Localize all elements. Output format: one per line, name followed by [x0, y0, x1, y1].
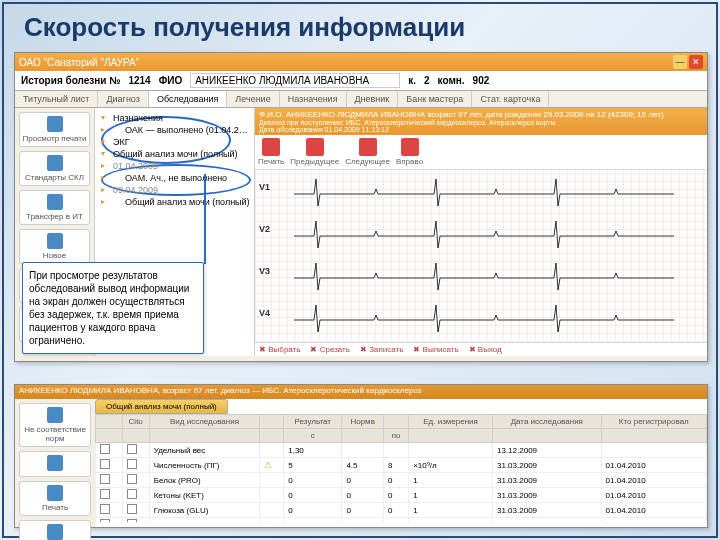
row-checkbox[interactable]	[100, 444, 110, 454]
ecg-lead-V2	[285, 216, 703, 256]
col-header[interactable]: Результат	[284, 415, 342, 429]
sidebar-btn-0[interactable]: Просмотр печати	[19, 112, 90, 147]
date: 31.03.2009	[492, 503, 601, 518]
warning-icon: ⚠	[264, 520, 272, 522]
results-main: Общий анализ мочи (полный) CitoВид иссле…	[95, 399, 707, 527]
ecg-footer-btn-3[interactable]: ✖ Выписать	[413, 345, 458, 354]
cito-checkbox[interactable]	[127, 489, 137, 499]
tab-0[interactable]: Титульный лист	[15, 91, 98, 107]
ecg-footer-btn-1[interactable]: ✖ Срезать	[310, 345, 350, 354]
ecg-footer-btn-4[interactable]: ✖ Выход	[469, 345, 502, 354]
tree-item-1[interactable]: ОАК — выполнено (01.04.2009)	[99, 124, 250, 136]
col-header[interactable]: Кто регистрировал	[601, 415, 706, 429]
row-checkbox[interactable]	[100, 489, 110, 499]
norm-from: 0	[342, 518, 384, 523]
sidebar-icon	[47, 194, 63, 210]
col-subheader	[492, 429, 601, 443]
results-titlebar[interactable]: АНИКЕЕНКО ЛЮДМИЛА ИВАНОВНА, возраст 67 л…	[15, 385, 707, 399]
table-row[interactable]: Кетоны (KET)000131.03.200901.04.2010	[96, 488, 707, 503]
col-subheader: по	[384, 429, 409, 443]
row-checkbox[interactable]	[100, 474, 110, 484]
results-side-1[interactable]	[19, 451, 91, 477]
cito-checkbox[interactable]	[127, 444, 137, 454]
results-side-2[interactable]: Печать	[19, 481, 91, 516]
window-titlebar[interactable]: ОАО "Санаторий "ЛАУРА" — ✕	[15, 53, 707, 71]
cito-checkbox[interactable]	[127, 459, 137, 469]
row-checkbox[interactable]	[100, 504, 110, 514]
results-side-3[interactable]: Выход	[19, 520, 91, 540]
col-header[interactable]	[96, 415, 123, 429]
ecg-footer-btn-2[interactable]: ✖ Записать	[360, 345, 403, 354]
ecg-footer-btn-0[interactable]: ✖ Выбрать	[259, 345, 300, 354]
col-header[interactable]	[260, 415, 284, 429]
norm-from: 4.5	[342, 458, 384, 473]
col-subheader	[96, 429, 123, 443]
ecg-tool-icon	[359, 138, 377, 156]
table-row[interactable]: Белок (PRO)000131.03.200901.04.2010	[96, 473, 707, 488]
norm-from: 0	[342, 473, 384, 488]
who: 01.04.2010	[601, 518, 706, 523]
warn-cell	[260, 503, 284, 518]
cito-checkbox[interactable]	[127, 504, 137, 514]
table-row[interactable]: Глюкоза (GLU)000131.03.200901.04.2010	[96, 503, 707, 518]
close-button[interactable]: ✕	[689, 55, 703, 69]
ecg-tool-0[interactable]: Печать	[258, 138, 284, 166]
ecg-lead-label: V1	[259, 182, 270, 192]
test-name: Удельный вес	[149, 443, 260, 458]
unit: ед/п.зр	[409, 518, 493, 523]
ecg-grid[interactable]: V1V2V3V4	[255, 170, 707, 342]
tree-item-4[interactable]: 01.04.2009	[99, 160, 250, 172]
record-header: История болезни № 1214 ФИО к. 2 комн. 90…	[15, 71, 707, 91]
tab-3[interactable]: Лечение	[227, 91, 279, 107]
cito-checkbox[interactable]	[127, 519, 137, 522]
ecg-tool-2[interactable]: Следующее	[345, 138, 390, 166]
sidebar-btn-1[interactable]: Стандарты СКЛ	[19, 151, 90, 186]
table-row[interactable]: Удельный вес1,3013.12.2009	[96, 443, 707, 458]
sidebar-btn-2[interactable]: Трансфер в ИТ	[19, 190, 90, 225]
col-header[interactable]: Дата исследования	[492, 415, 601, 429]
tree-item-0[interactable]: Назначения	[99, 112, 250, 124]
fio-input[interactable]	[190, 73, 400, 88]
slide-title: Скорость получения информации	[4, 4, 716, 51]
tree-item-3[interactable]: Общий анализ мочи (полный)	[99, 148, 250, 160]
table-row[interactable]: Эритроциты (ЭЛП)⚠100ед/п.зр31.03.200901.…	[96, 518, 707, 523]
warn-cell: ⚠	[260, 458, 284, 473]
norm-from	[342, 443, 384, 458]
cito-checkbox[interactable]	[127, 474, 137, 484]
tree-item-7[interactable]: Общий анализ мочи (полный)	[99, 196, 250, 208]
results-tab[interactable]: Общий анализ мочи (полный)	[95, 399, 228, 414]
col-header[interactable]: Норма	[342, 415, 384, 429]
tab-7[interactable]: Стат. карточка	[472, 91, 549, 107]
ecg-lead-label: V2	[259, 224, 270, 234]
tab-2[interactable]: Обследования	[149, 91, 227, 107]
sidebar-btn-3[interactable]: Новое	[19, 229, 90, 264]
ecg-tool-1[interactable]: Предыдущее	[290, 138, 339, 166]
warn-cell	[260, 488, 284, 503]
ecg-header: Ф.И.О. АНИКЕЕНКО ЛЮДМИЛА ИВАНОВНА возрас…	[255, 108, 707, 135]
tree-item-6[interactable]: 09.04.2009	[99, 184, 250, 196]
results-side-icon	[47, 524, 63, 540]
table-row[interactable]: Численность (ПГ)⚠54.58×10⁹/л31.03.200901…	[96, 458, 707, 473]
col-header[interactable]	[384, 415, 409, 429]
ecg-tool-3[interactable]: Вправо	[396, 138, 423, 166]
tree-item-2[interactable]: ЭКГ	[99, 136, 250, 148]
tab-5[interactable]: Дневник	[347, 91, 399, 107]
ecg-tool-icon	[401, 138, 419, 156]
tree-item-5[interactable]: ОАМ. Ач., не выполнено	[99, 172, 250, 184]
ecg-lead-V1	[285, 174, 703, 214]
col-header[interactable]: Ед. измерения	[409, 415, 493, 429]
tab-4[interactable]: Назначения	[280, 91, 347, 107]
tab-1[interactable]: Диагноз	[98, 91, 148, 107]
results-side-icon	[47, 407, 63, 423]
ecg-date-line: Дата обследования 01.04.2009 11:13:12	[259, 126, 703, 133]
row-checkbox[interactable]	[100, 459, 110, 469]
col-header[interactable]: Cito	[122, 415, 149, 429]
date: 31.03.2009	[492, 473, 601, 488]
test-name: Белок (PRO)	[149, 473, 260, 488]
tab-6[interactable]: Банк мастера	[398, 91, 472, 107]
row-checkbox[interactable]	[100, 519, 110, 522]
minimize-button[interactable]: —	[673, 55, 687, 69]
results-side-0[interactable]: Не соответствие норм	[19, 403, 91, 447]
col-header[interactable]: Вид исследования	[149, 415, 260, 429]
results-table[interactable]: CitoВид исследованияРезультатНормаЕд. из…	[95, 414, 707, 522]
